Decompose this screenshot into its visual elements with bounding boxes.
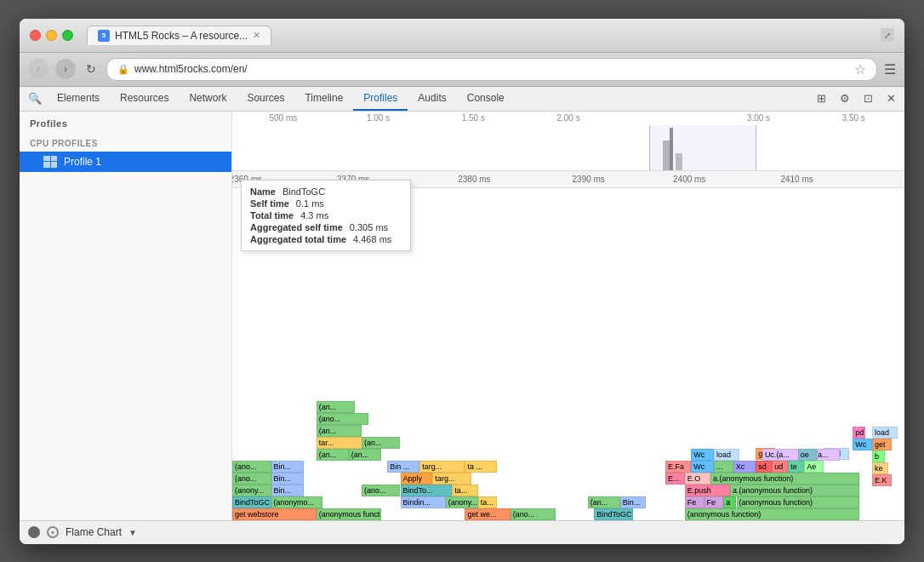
stop-button[interactable] xyxy=(47,526,59,538)
flame-bar-b53[interactable]: Ae xyxy=(804,461,824,473)
tab-audits[interactable]: Audits xyxy=(408,87,456,111)
flame-bar-b12[interactable]: (ano... xyxy=(510,508,556,520)
flame-bar-b45[interactable]: E.Fa xyxy=(665,461,691,473)
flame-bar-b72[interactable]: (ano... xyxy=(317,413,368,425)
browser-menu-button[interactable]: ☰ xyxy=(884,61,896,77)
flame-bar-b10[interactable]: (anonymous functi... xyxy=(317,508,381,520)
flame-bar-b13[interactable]: BindToGC xyxy=(594,508,633,520)
tick-1s: 1.00 s xyxy=(331,113,426,123)
window-controls xyxy=(30,30,73,41)
flame-bar-b19[interactable]: ta... xyxy=(478,496,498,508)
flame-bar-b63[interactable]: b xyxy=(872,450,885,462)
flame-bar-b64[interactable]: ke xyxy=(872,462,888,474)
sidebar-item-profile1[interactable]: Profile 1 xyxy=(20,152,231,172)
flame-bar-b46[interactable]: Wc xyxy=(691,461,714,473)
flame-bar-b41[interactable]: Bin... xyxy=(271,461,304,473)
window-restore-button[interactable]: ⤢ xyxy=(881,28,894,42)
flame-bar-b62[interactable]: get xyxy=(872,439,892,450)
tab-sources[interactable]: Sources xyxy=(237,87,294,111)
close-button[interactable] xyxy=(30,30,41,41)
minimize-button[interactable] xyxy=(46,30,57,41)
forward-button[interactable]: › xyxy=(55,59,76,79)
devtools-close-button[interactable]: ✕ xyxy=(881,89,901,107)
flame-bar-b15[interactable]: BindToGC xyxy=(232,496,271,508)
flame-bar-b51[interactable]: ud xyxy=(772,461,788,473)
chart-type-dropdown[interactable]: ▼ xyxy=(128,528,137,537)
flame-bar-b22[interactable]: Fe xyxy=(685,496,704,508)
flame-bar-b59[interactable]: pd xyxy=(853,427,865,439)
flame-bar-b66[interactable]: oe xyxy=(798,449,818,461)
maximize-button[interactable] xyxy=(62,30,73,41)
flame-bar-b47[interactable]: ... xyxy=(714,461,733,473)
devtools-inspect-button[interactable]: ⊡ xyxy=(858,89,878,107)
bottom-bar: Flame Chart ▼ xyxy=(20,520,904,544)
flame-bar-b11[interactable]: get we... xyxy=(465,508,510,520)
flame-bar-b60[interactable]: Wc xyxy=(853,439,872,450)
url-bar[interactable]: 🔒 www.html5rocks.com/en/ ☆ xyxy=(106,58,877,81)
tab-profiles[interactable]: Profiles xyxy=(353,87,408,111)
flame-bar-b43[interactable]: targ... xyxy=(419,461,465,473)
flame-bar-b70[interactable]: (an... xyxy=(317,425,362,437)
flame-bar-b16[interactable]: (anonymo... xyxy=(271,496,323,508)
flame-bar-b20[interactable]: (an... xyxy=(588,496,620,508)
back-button[interactable]: ‹ xyxy=(28,59,48,79)
flame-bar-b21[interactable]: Bin... xyxy=(620,496,646,508)
flame-bar-b67[interactable]: (an... xyxy=(317,449,349,461)
flame-bar-b37[interactable]: E... xyxy=(665,473,685,485)
flame-bar-b29[interactable]: BindTo... xyxy=(401,485,453,496)
flame-bar-b39[interactable]: a.(anonymous function) xyxy=(710,473,859,485)
tab-console[interactable]: Console xyxy=(457,87,515,111)
tab-close-button[interactable]: ✕ xyxy=(253,30,260,41)
flame-bar-b52[interactable]: te xyxy=(788,461,804,473)
flame-bar-b71[interactable]: (an... xyxy=(362,437,401,449)
devtools-search-button[interactable]: 🔍 xyxy=(23,89,47,108)
flame-bar-b30[interactable]: ta... xyxy=(452,485,477,496)
flame-bar-b44[interactable]: ta ... xyxy=(465,461,497,473)
flame-bar-b31[interactable]: E.push xyxy=(685,485,730,496)
devtools-tabs: 🔍 Elements Resources Network Sources Tim… xyxy=(20,87,904,112)
devtools-settings-button[interactable]: ⚙ xyxy=(835,89,855,107)
flame-bar-b24[interactable]: a xyxy=(723,496,736,508)
flame-bar-b38[interactable]: E.O xyxy=(685,473,710,485)
flame-bar-b17[interactable]: Bindin... xyxy=(401,496,446,508)
flame-bar-b9[interactable]: get webstore xyxy=(232,508,317,520)
flame-bar-b25[interactable]: (anonymous function) xyxy=(737,496,859,508)
flame-bar-b36[interactable]: targ... xyxy=(432,473,471,485)
flame-bar-b28[interactable]: (ano... xyxy=(362,485,401,496)
flame-bar-b34[interactable]: Bin... xyxy=(271,473,304,485)
browser-tab[interactable]: 5 HTML5 Rocks – A resource... ✕ xyxy=(87,26,271,45)
tooltip-total-label: Total time xyxy=(250,210,294,221)
flame-bar-b68[interactable]: (an... xyxy=(349,449,381,461)
tab-resources[interactable]: Resources xyxy=(110,87,179,111)
flame-bar-b18[interactable]: (anony... xyxy=(446,496,478,508)
flame-bar-b27[interactable]: Bin... xyxy=(271,485,304,496)
record-button[interactable] xyxy=(28,526,40,538)
flame-area[interactable]: 2360 ms 2370 ms 2380 ms 2390 ms 2400 ms … xyxy=(232,171,904,520)
flame-bar-b65[interactable]: E.K xyxy=(872,474,892,486)
timeline-overview[interactable]: 500 ms 1.00 s 1.50 s 2.00 s 3.00 s 3.50 … xyxy=(232,112,904,171)
bookmark-button[interactable]: ☆ xyxy=(854,61,866,77)
flame-bar-b14[interactable]: (anonymous function) xyxy=(685,508,859,520)
flame-bar-b57[interactable]: Wc xyxy=(691,449,714,461)
profile-item-label: Profile 1 xyxy=(64,156,101,168)
flame-bar-b40[interactable]: (ano... xyxy=(232,461,271,473)
profile-content: 500 ms 1.00 s 1.50 s 2.00 s 3.00 s 3.50 … xyxy=(232,112,904,520)
ruler-tick-2400: 2400 ms xyxy=(673,175,705,184)
flame-bar-b73[interactable]: (an... xyxy=(317,401,356,413)
flame-bar-b33[interactable]: (ano... xyxy=(232,473,271,485)
flame-bar-b23[interactable]: Fe xyxy=(704,496,724,508)
tab-timeline[interactable]: Timeline xyxy=(294,87,353,111)
devtools-dock-button[interactable]: ⊞ xyxy=(812,89,831,107)
flame-bar-b26[interactable]: (anony... xyxy=(232,485,271,496)
flame-bar-b61[interactable]: load xyxy=(872,427,898,439)
flame-bar-b42[interactable]: Bin ... xyxy=(387,461,419,473)
flame-bar-b35[interactable]: Apply xyxy=(401,473,433,485)
flame-bar-b55[interactable]: Uc.(a... xyxy=(762,449,801,461)
tab-network[interactable]: Network xyxy=(179,87,237,111)
flame-bar-b58[interactable]: load xyxy=(714,449,739,461)
flame-bar-b48[interactable]: Xc xyxy=(733,461,756,473)
refresh-button[interactable]: ↻ xyxy=(83,60,100,77)
flame-bar-b32[interactable]: a.(anonymous function) xyxy=(730,485,859,496)
flame-bar-b50[interactable]: sd xyxy=(756,461,772,473)
tab-elements[interactable]: Elements xyxy=(47,87,110,111)
